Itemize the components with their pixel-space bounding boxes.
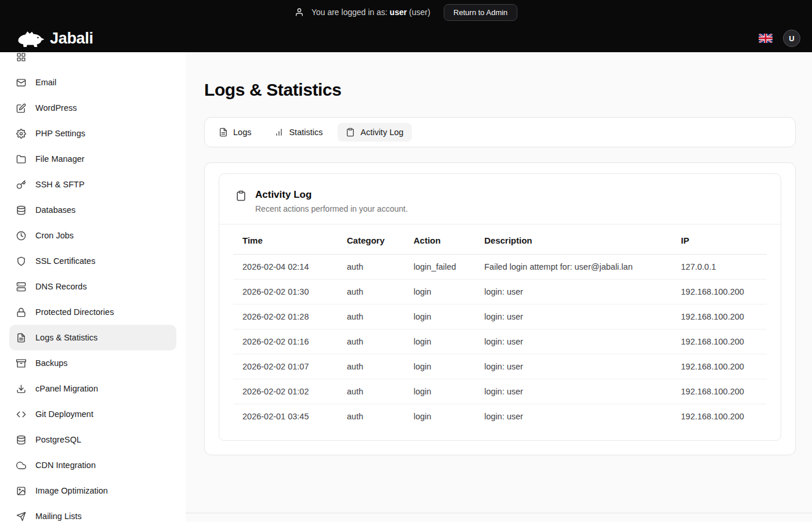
sidebar-item-logs-statistics[interactable]: Logs & Statistics bbox=[9, 325, 176, 350]
database-icon bbox=[16, 435, 26, 445]
tab-activity-log[interactable]: Activity Log bbox=[338, 123, 411, 142]
sidebar-item-cron-jobs[interactable]: Cron Jobs bbox=[9, 223, 176, 248]
panel-title: Activity Log bbox=[255, 189, 408, 201]
table-cell: login: user bbox=[475, 304, 672, 329]
sidebar-item-git-deployment[interactable]: Git Deployment bbox=[9, 401, 176, 427]
table-cell: 127.0.0.1 bbox=[672, 255, 767, 280]
sidebar-item-label: PostgreSQL bbox=[35, 435, 81, 444]
tab-label: Logs bbox=[233, 128, 251, 137]
table-cell: login: user bbox=[475, 404, 672, 429]
sidebar-item-ssh-sftp[interactable]: SSH & SFTP bbox=[9, 172, 176, 197]
sidebar-item-mailing-lists[interactable]: Mailing Lists bbox=[9, 503, 176, 522]
file-text-icon bbox=[16, 333, 26, 343]
table-cell: auth bbox=[338, 404, 404, 429]
brand-logo[interactable]: Jabali bbox=[15, 27, 93, 49]
clipboard-icon bbox=[346, 128, 355, 137]
activity-log-card: Activity Log Recent actions performed in… bbox=[204, 162, 796, 455]
table-cell: login: user bbox=[475, 280, 672, 304]
sidebar-item-dns-records[interactable]: DNS Records bbox=[9, 274, 176, 299]
sidebar-item-label: Databases bbox=[35, 205, 75, 215]
table-cell: 192.168.100.200 bbox=[672, 379, 767, 404]
activity-table: TimeCategoryActionDescriptionIP 2026-02-… bbox=[233, 227, 767, 429]
table-row: 2026-02-02 01:28authloginlogin: user192.… bbox=[233, 304, 767, 329]
sidebar-item-file-manager[interactable]: File Manager bbox=[9, 146, 176, 172]
boar-icon bbox=[15, 27, 45, 49]
table-cell: 2026-02-02 01:02 bbox=[233, 379, 338, 404]
sidebar-item-label: cPanel Migration bbox=[35, 384, 98, 393]
table-cell: auth bbox=[338, 329, 404, 354]
sidebar-item-label: CDN Integration bbox=[35, 461, 96, 470]
table-row: 2026-02-02 01:07authloginlogin: user192.… bbox=[233, 354, 767, 379]
impersonation-bar: You are logged in as: user (user) Return… bbox=[0, 0, 812, 24]
sidebar-item-php-settings[interactable]: PHP Settings bbox=[9, 121, 176, 146]
sidebar-item-label: Email bbox=[35, 78, 56, 87]
download-icon bbox=[16, 384, 26, 394]
return-to-admin-button[interactable]: Return to Admin bbox=[444, 4, 517, 21]
table-cell: login bbox=[404, 404, 475, 429]
clock-icon bbox=[16, 231, 26, 241]
table-cell: login: user bbox=[475, 379, 672, 404]
sidebar-item-ssl-certificates[interactable]: SSL Certificates bbox=[9, 248, 176, 274]
sidebar-item-wordpress[interactable]: WordPress bbox=[9, 95, 176, 121]
sidebar-item-cdn-integration[interactable]: CDN Integration bbox=[9, 452, 176, 478]
logged-in-text: You are logged in as: user (user) bbox=[311, 8, 430, 17]
edit-icon bbox=[16, 103, 26, 113]
tabs-card: LogsStatisticsActivity Log bbox=[204, 117, 796, 147]
image-icon bbox=[16, 486, 26, 496]
send-icon bbox=[16, 512, 26, 521]
table-cell: 2026-02-02 01:28 bbox=[233, 304, 338, 329]
sidebar-item-image-optimization[interactable]: Image Optimization bbox=[9, 478, 176, 503]
table-cell: login: user bbox=[475, 329, 672, 354]
table-row: 2026-02-04 02:14authlogin_failedFailed l… bbox=[233, 255, 767, 280]
logged-in-role: (user) bbox=[409, 8, 430, 17]
sidebar-nav: EmailWordPressPHP SettingsFile ManagerSS… bbox=[9, 52, 176, 522]
table-cell: auth bbox=[338, 280, 404, 304]
bar-chart-icon bbox=[274, 128, 284, 137]
table-cell: login bbox=[404, 329, 475, 354]
user-avatar[interactable]: U bbox=[783, 30, 800, 47]
key-icon bbox=[16, 180, 26, 190]
table-row: 2026-02-02 01:16authloginlogin: user192.… bbox=[233, 329, 767, 354]
sidebar-item-label: SSL Certificates bbox=[35, 256, 95, 266]
sidebar-item-label: Image Optimization bbox=[35, 486, 108, 495]
sidebar-item-label: Cron Jobs bbox=[35, 231, 74, 240]
table-cell: login bbox=[404, 304, 475, 329]
table-cell: 2026-02-04 02:14 bbox=[233, 255, 338, 280]
sidebar-item-backups[interactable]: Backups bbox=[9, 350, 176, 376]
sidebar-item-cpanel-migration[interactable]: cPanel Migration bbox=[9, 376, 176, 401]
sidebar-item-databases[interactable]: Databases bbox=[9, 197, 176, 223]
sidebar-item-label: Backups bbox=[35, 358, 68, 368]
sidebar-item-clipped[interactable] bbox=[9, 52, 176, 70]
table-cell: 2026-02-02 01:16 bbox=[233, 329, 338, 354]
column-header: IP bbox=[672, 227, 767, 255]
table-cell: auth bbox=[338, 379, 404, 404]
archive-icon bbox=[16, 358, 26, 368]
column-header: Action bbox=[404, 227, 475, 255]
table-cell: auth bbox=[338, 304, 404, 329]
table-cell: 192.168.100.200 bbox=[672, 404, 767, 429]
table-cell: 2026-02-02 01:07 bbox=[233, 354, 338, 379]
logged-in-prefix: You are logged in as: bbox=[311, 8, 387, 17]
server-icon bbox=[16, 282, 26, 292]
sidebar-item-email[interactable]: Email bbox=[9, 70, 176, 95]
sidebar-item-label: DNS Records bbox=[35, 282, 87, 291]
app-header: Jabali U bbox=[0, 24, 812, 52]
column-header: Time bbox=[233, 227, 338, 255]
sidebar-item-label: Git Deployment bbox=[35, 409, 93, 419]
panel-header-text: Activity Log Recent actions performed in… bbox=[255, 189, 408, 213]
page-title: Logs & Statistics bbox=[204, 80, 796, 100]
tab-statistics[interactable]: Statistics bbox=[266, 123, 331, 142]
sidebar-item-protected-directories[interactable]: Protected Directories bbox=[9, 299, 176, 325]
sidebar-item-postgresql[interactable]: PostgreSQL bbox=[9, 427, 176, 452]
table-cell: 192.168.100.200 bbox=[672, 354, 767, 379]
table-row: 2026-02-01 03:45authloginlogin: user192.… bbox=[233, 404, 767, 429]
panel-subtitle: Recent actions performed in your account… bbox=[255, 204, 408, 213]
app-shell: EmailWordPressPHP SettingsFile ManagerSS… bbox=[0, 52, 812, 522]
file-text-icon bbox=[219, 128, 228, 137]
mail-icon bbox=[16, 78, 26, 88]
table-cell: 192.168.100.200 bbox=[672, 329, 767, 354]
tab-logs[interactable]: Logs bbox=[211, 123, 259, 142]
table-header-row: TimeCategoryActionDescriptionIP bbox=[233, 227, 767, 255]
table-cell: auth bbox=[338, 255, 404, 280]
language-flag-icon[interactable] bbox=[759, 34, 773, 43]
